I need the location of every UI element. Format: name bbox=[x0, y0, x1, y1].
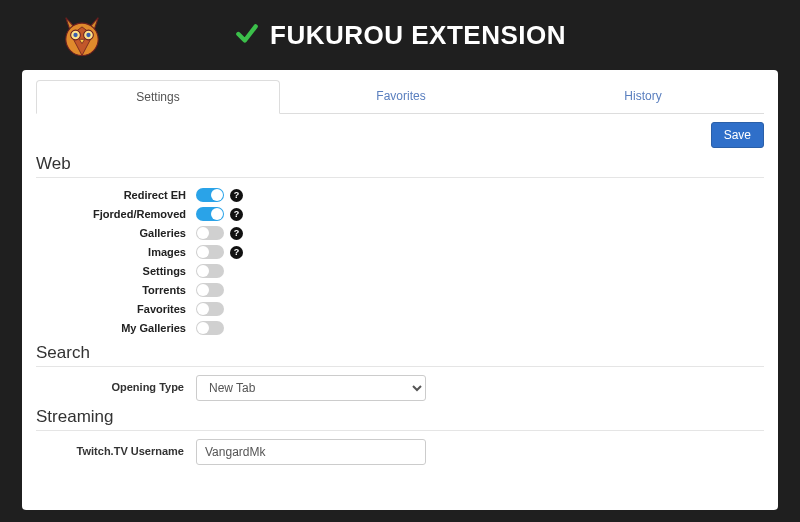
divider bbox=[36, 366, 764, 367]
web-setting-row: Torrents bbox=[36, 281, 764, 299]
tab-settings[interactable]: Settings bbox=[36, 80, 280, 114]
web-setting-row: Settings bbox=[36, 262, 764, 280]
main-panel: Settings Favorites History Save Web Redi… bbox=[22, 70, 778, 510]
web-setting-label: Favorites bbox=[36, 303, 196, 315]
twitch-username-input[interactable] bbox=[196, 439, 426, 465]
web-setting-label: Torrents bbox=[36, 284, 196, 296]
tab-bar: Settings Favorites History bbox=[36, 80, 764, 114]
web-setting-row: My Galleries bbox=[36, 319, 764, 337]
owl-logo bbox=[55, 8, 109, 65]
web-setting-label: Images bbox=[36, 246, 196, 258]
twitch-username-label: Twitch.TV Username bbox=[36, 445, 196, 458]
web-setting-row: Images? bbox=[36, 243, 764, 261]
app-title: FUKUROU EXTENSION bbox=[270, 20, 566, 51]
help-icon[interactable]: ? bbox=[230, 189, 243, 202]
web-setting-label: Fjorded/Removed bbox=[36, 208, 196, 220]
twitch-row: Twitch.TV Username bbox=[36, 439, 764, 465]
web-setting-toggle[interactable] bbox=[196, 283, 224, 297]
web-setting-label: Settings bbox=[36, 265, 196, 277]
web-setting-row: Galleries? bbox=[36, 224, 764, 242]
section-title-search: Search bbox=[36, 343, 764, 363]
svg-point-4 bbox=[86, 33, 90, 37]
web-setting-row: Favorites bbox=[36, 300, 764, 318]
section-title-streaming: Streaming bbox=[36, 407, 764, 427]
web-setting-toggle[interactable] bbox=[196, 302, 224, 316]
help-icon[interactable]: ? bbox=[230, 208, 243, 221]
save-button[interactable]: Save bbox=[711, 122, 764, 148]
app-header: FUKUROU EXTENSION bbox=[0, 0, 800, 70]
opening-type-row: Opening Type New Tab bbox=[36, 375, 764, 401]
web-setting-toggle[interactable] bbox=[196, 207, 224, 221]
opening-type-select[interactable]: New Tab bbox=[196, 375, 426, 401]
web-setting-label: My Galleries bbox=[36, 322, 196, 334]
opening-type-label: Opening Type bbox=[36, 381, 196, 394]
web-setting-toggle[interactable] bbox=[196, 264, 224, 278]
help-icon[interactable]: ? bbox=[230, 227, 243, 240]
web-setting-label: Redirect EH bbox=[36, 189, 196, 201]
tab-history[interactable]: History bbox=[522, 80, 764, 113]
web-setting-toggle[interactable] bbox=[196, 245, 224, 259]
divider bbox=[36, 177, 764, 178]
toolbar: Save bbox=[36, 122, 764, 148]
checkmark-icon bbox=[234, 21, 260, 50]
web-setting-row: Fjorded/Removed? bbox=[36, 205, 764, 223]
web-setting-toggle[interactable] bbox=[196, 188, 224, 202]
section-title-web: Web bbox=[36, 154, 764, 174]
divider bbox=[36, 430, 764, 431]
svg-point-3 bbox=[73, 33, 77, 37]
help-icon[interactable]: ? bbox=[230, 246, 243, 259]
tab-favorites[interactable]: Favorites bbox=[280, 80, 522, 113]
web-setting-toggle[interactable] bbox=[196, 226, 224, 240]
web-setting-row: Redirect EH? bbox=[36, 186, 764, 204]
web-setting-label: Galleries bbox=[36, 227, 196, 239]
web-setting-toggle[interactable] bbox=[196, 321, 224, 335]
